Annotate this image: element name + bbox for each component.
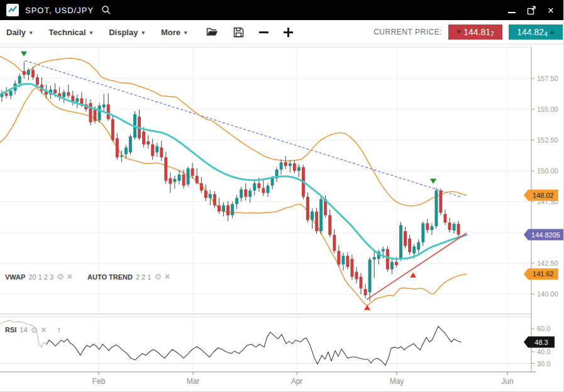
ask-price-badge: 144.824 — [509, 24, 563, 40]
title-bar: SPOT, USD/JPY × — [0, 0, 564, 20]
gear-icon[interactable]: ⚙ — [154, 273, 162, 281]
svg-text:150.00: 150.00 — [537, 167, 558, 175]
up-arrow-icon — [550, 30, 555, 34]
menu-timeframe[interactable]: Daily ▾ — [6, 28, 33, 37]
svg-text:148.02: 148.02 — [533, 192, 554, 199]
window-title: SPOT, USD/JPY — [25, 6, 94, 15]
svg-text:Feb: Feb — [92, 377, 106, 386]
svg-text:40.0: 40.0 — [537, 348, 550, 356]
zoom-in-button[interactable] — [284, 28, 293, 37]
menu-technical[interactable]: Technical ▾ — [49, 28, 93, 37]
move-pane-up-icon[interactable]: ↑ — [57, 325, 61, 335]
svg-text:Mar: Mar — [187, 377, 200, 386]
chevron-down-icon: ▾ — [30, 30, 33, 36]
gear-icon[interactable]: ⚙ — [31, 326, 38, 334]
current-price-label: CURRENT PRICE: — [373, 28, 442, 36]
svg-text:152.50: 152.50 — [537, 136, 558, 144]
bid-price-badge: 144.817 — [448, 24, 502, 40]
chart-app-icon — [6, 4, 19, 16]
chart-toolbar: Daily ▾ Technical ▾ Display ▾ More ▾ CUR… — [0, 20, 564, 45]
vwap-label: VWAP — [5, 273, 25, 281]
price-chart[interactable]: 157.50155.00152.50150.00147.50145.00142.… — [0, 44, 564, 392]
open-folder-icon[interactable] — [206, 27, 218, 37]
svg-text:May: May — [390, 377, 404, 386]
close-icon[interactable]: × — [41, 326, 46, 334]
minimize-button[interactable] — [508, 4, 516, 16]
chevron-down-icon: ▾ — [141, 30, 145, 36]
zoom-out-button[interactable] — [259, 31, 268, 33]
svg-text:155.00: 155.00 — [537, 106, 558, 113]
svg-text:144.8205: 144.8205 — [531, 231, 560, 239]
close-icon[interactable]: × — [165, 273, 170, 281]
svg-text:157.50: 157.50 — [537, 75, 558, 82]
popout-button[interactable] — [527, 4, 536, 16]
svg-text:Jun: Jun — [501, 377, 513, 386]
menu-display[interactable]: Display ▾ — [109, 28, 145, 37]
chevron-down-icon: ▾ — [90, 30, 93, 36]
rsi-indicator-labels: RSI 14 ⚙ × ↑ — [5, 325, 61, 335]
save-icon[interactable] — [233, 27, 244, 38]
close-icon[interactable]: × — [67, 273, 72, 281]
svg-text:142.50: 142.50 — [537, 259, 558, 267]
chart-area: 157.50155.00152.50150.00147.50145.00142.… — [0, 44, 564, 392]
svg-text:140.00: 140.00 — [537, 290, 558, 298]
search-icon[interactable] — [101, 5, 111, 15]
svg-text:48.3: 48.3 — [534, 339, 548, 346]
svg-text:30.0: 30.0 — [537, 360, 550, 368]
rsi-label: RSI — [5, 326, 16, 334]
autotrend-label: AUTO TREND — [87, 273, 133, 281]
overlay-indicator-labels: VWAP 20 1 2 3 ⚙ × AUTO TREND 2 2 1 ⚙ × — [5, 273, 170, 281]
svg-text:60.0: 60.0 — [537, 325, 550, 332]
gear-icon[interactable]: ⚙ — [57, 273, 64, 281]
menu-more[interactable]: More ▾ — [161, 28, 187, 37]
close-button[interactable]: × — [548, 4, 554, 16]
svg-text:Apr: Apr — [291, 377, 303, 386]
chevron-down-icon: ▾ — [184, 30, 187, 36]
svg-text:141.62: 141.62 — [533, 270, 554, 278]
down-arrow-icon — [456, 30, 462, 34]
